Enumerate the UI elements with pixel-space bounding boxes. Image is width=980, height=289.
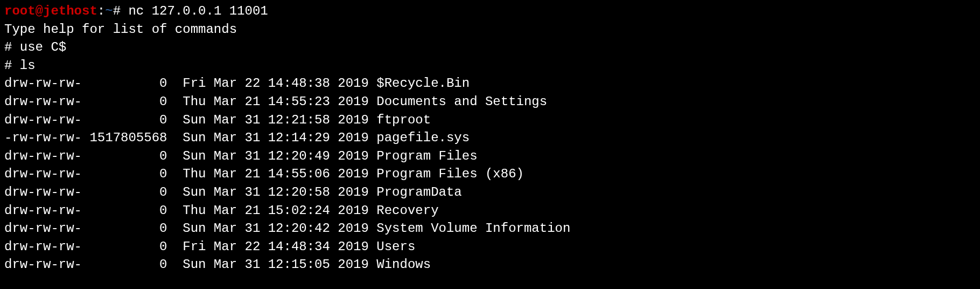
prompt-line: root@jethost:~# nc 127.0.0.1 11001 <box>4 2 976 20</box>
listing-row: drw-rw-rw- 0 Thu Mar 21 14:55:23 2019 Do… <box>4 93 976 111</box>
listing-row: drw-rw-rw- 0 Fri Mar 22 14:48:38 2019 $R… <box>4 74 976 93</box>
listing-row: drw-rw-rw- 0 Thu Mar 21 15:02:24 2019 Re… <box>4 202 976 220</box>
prompt-path: ~ <box>105 4 113 18</box>
prompt-user: root@jethost <box>4 4 97 18</box>
prompt-sep: : <box>97 4 105 18</box>
command-use: # use C$ <box>4 38 976 57</box>
prompt-symbol: # <box>113 4 121 18</box>
listing-row: -rw-rw-rw- 1517805568 Sun Mar 31 12:14:2… <box>4 129 976 147</box>
listing-row: drw-rw-rw- 0 Fri Mar 22 14:48:34 2019 Us… <box>4 238 976 256</box>
listing-row: drw-rw-rw- 0 Sun Mar 31 12:15:05 2019 Wi… <box>4 256 976 274</box>
help-hint: Type help for list of commands <box>4 20 976 39</box>
command-nc-text: nc 127.0.0.1 11001 <box>128 4 268 18</box>
command-ls: # ls <box>4 57 976 75</box>
terminal-output[interactable]: root@jethost:~# nc 127.0.0.1 11001Type h… <box>4 2 976 274</box>
listing-row: drw-rw-rw- 0 Sun Mar 31 12:20:42 2019 Sy… <box>4 219 976 238</box>
file-listing: drw-rw-rw- 0 Fri Mar 22 14:48:38 2019 $R… <box>4 74 976 274</box>
listing-row: drw-rw-rw- 0 Thu Mar 21 14:55:06 2019 Pr… <box>4 165 976 183</box>
listing-row: drw-rw-rw- 0 Sun Mar 31 12:21:58 2019 ft… <box>4 111 976 129</box>
listing-row: drw-rw-rw- 0 Sun Mar 31 12:20:58 2019 Pr… <box>4 183 976 202</box>
listing-row: drw-rw-rw- 0 Sun Mar 31 12:20:49 2019 Pr… <box>4 147 976 166</box>
command-nc <box>121 4 128 18</box>
